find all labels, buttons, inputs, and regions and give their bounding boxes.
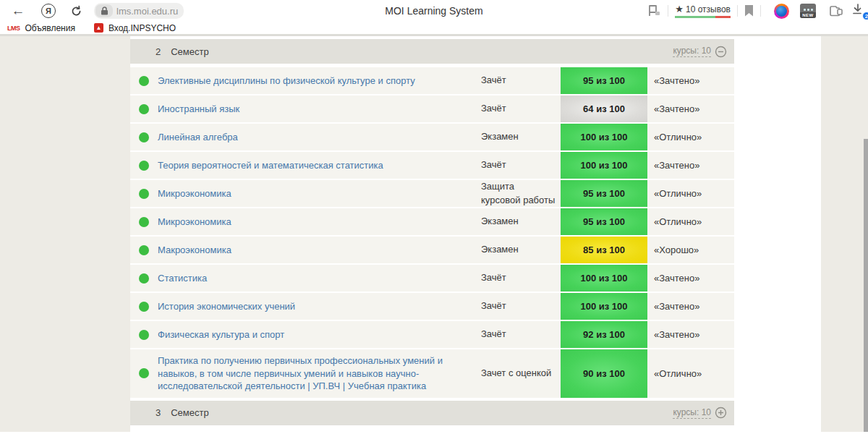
assessment-type: Зачёт xyxy=(481,67,561,94)
yandex-browser-icon[interactable]: Я xyxy=(41,4,56,18)
course-row: Микроэкономика Экзамен 95 из 100 «Отличн… xyxy=(130,208,734,235)
expand-plus-icon[interactable] xyxy=(715,407,727,419)
score-badge: 100 из 100 xyxy=(561,152,647,179)
assessment-type: Зачёт xyxy=(481,265,561,292)
course-rows: Элективные дисциплины по физической куль… xyxy=(130,67,734,398)
downloads-count-badge: 2 xyxy=(862,12,868,20)
new-icon-dots xyxy=(804,9,813,11)
semester-number: 3 xyxy=(156,407,161,418)
page-viewport: 2 Семестр курсы: 10 xyxy=(0,36,868,432)
star-icon: ★ xyxy=(675,4,684,14)
toolbar-separator xyxy=(737,5,738,17)
rating-negative-bar xyxy=(715,16,731,18)
course-row: Статистика Зачёт 100 из 100 «Зачтено» xyxy=(130,265,734,292)
courses-count-link[interactable]: курсы: 10 xyxy=(673,407,711,419)
score-badge: 100 из 100 xyxy=(561,293,647,320)
new-tab-extension-icon[interactable]: NEW xyxy=(800,4,816,18)
toolbar-right-icons: ★ 10 отзывов NEW 2 xyxy=(648,0,868,22)
bookmark-item-inpsycho[interactable]: ▲ Вход.INPSYCHO xyxy=(94,23,176,33)
bookmark-flag-icon[interactable] xyxy=(744,5,754,17)
course-link[interactable]: Микроэкономика xyxy=(158,216,231,229)
url-text: lms.moi.edu.ru xyxy=(113,6,178,17)
semester-number: 2 xyxy=(156,46,161,57)
reviews-rating-bar xyxy=(675,16,731,18)
back-icon[interactable]: ← xyxy=(7,3,29,19)
semester-3-header: 3 Семестр курсы: 10 xyxy=(130,401,734,425)
status-dot-icon xyxy=(139,302,149,312)
assessment-type: Экзамен xyxy=(481,124,561,150)
status-dot-icon xyxy=(139,161,149,171)
assessment-type: Зачет с оценкой xyxy=(481,349,561,398)
grade-text: «Зачтено» xyxy=(647,152,734,179)
site-reviews-button[interactable]: ★ 10 отзывов xyxy=(675,4,731,18)
score-badge: 95 из 100 xyxy=(561,67,647,94)
course-row: Макроэкономика Экзамен 85 из 100 «Хорошо… xyxy=(130,237,734,263)
assessment-type: Зачёт xyxy=(481,152,561,179)
toolbar-separator xyxy=(668,5,668,17)
reviews-label: 10 отзывов xyxy=(686,4,731,14)
course-link[interactable]: Практика по получению первичных професси… xyxy=(158,354,472,393)
assessment-type: Экзамен xyxy=(481,237,561,263)
status-dot-icon xyxy=(139,132,149,142)
new-icon-label: NEW xyxy=(800,12,816,18)
courses-count-link[interactable]: курсы: 10 xyxy=(673,46,711,57)
score-badge: 95 из 100 xyxy=(561,208,647,235)
grade-text: «Зачтено» xyxy=(647,265,734,292)
bookmark-item-announcements[interactable]: LMS Объявления xyxy=(7,23,75,33)
lock-icon[interactable] xyxy=(95,4,113,17)
assessment-type: Зачёт xyxy=(481,95,561,122)
status-dot-icon xyxy=(139,217,149,227)
score-badge: 64 из 100 xyxy=(561,95,647,122)
course-row: Иностранный язык Зачёт 64 из 100 «Зачтен… xyxy=(130,95,734,122)
browser-toolbar: ← Я lms.moi.edu.ru MOI Learning System ★… xyxy=(0,0,868,22)
course-link[interactable]: Иностранный язык xyxy=(158,103,239,116)
course-link[interactable]: Линейная алгебра xyxy=(158,131,238,144)
course-row: История экономических учений Зачёт 100 и… xyxy=(130,293,734,320)
grade-text: «Зачтено» xyxy=(647,95,734,122)
semester-2-header: 2 Семестр курсы: 10 xyxy=(130,39,734,64)
bookmark-label: Вход.INPSYCHO xyxy=(109,23,176,33)
status-dot-icon xyxy=(139,273,149,284)
collapse-minus-icon[interactable] xyxy=(715,46,727,58)
grade-text: «Зачтено» xyxy=(647,293,734,320)
address-bar[interactable]: lms.moi.edu.ru xyxy=(94,3,184,19)
protect-icon[interactable] xyxy=(648,5,661,17)
score-badge: 85 из 100 xyxy=(561,237,647,263)
grade-text: «Зачтено» xyxy=(647,321,734,348)
course-link[interactable]: Теория вероятностей и математическая ста… xyxy=(158,159,383,172)
refresh-icon[interactable] xyxy=(68,5,84,17)
status-dot-icon xyxy=(139,189,149,199)
toolbar-separator xyxy=(760,5,761,17)
grade-text: «Хорошо» xyxy=(647,237,734,263)
collections-icon[interactable] xyxy=(829,5,843,17)
semester-label: Семестр xyxy=(171,407,208,418)
status-dot-icon xyxy=(139,368,149,378)
course-link[interactable]: Макроэкономика xyxy=(158,244,231,257)
content-card: 2 Семестр курсы: 10 xyxy=(130,36,821,432)
rating-positive-bar xyxy=(675,16,715,18)
score-badge: 100 из 100 xyxy=(561,265,647,292)
course-link[interactable]: Статистика xyxy=(158,272,207,285)
vertical-scrollbar-thumb[interactable] xyxy=(864,139,868,432)
status-dot-icon xyxy=(139,76,149,86)
bookmarks-bar: LMS Объявления ▲ Вход.INPSYCHO xyxy=(0,22,868,36)
assessment-type: Зачёт xyxy=(481,293,561,320)
course-row: Элективные дисциплины по физической куль… xyxy=(130,67,734,94)
grades-table: 2 Семестр курсы: 10 xyxy=(130,36,734,425)
assessment-type: Защита курсовой работы xyxy=(481,180,561,207)
score-badge: 95 из 100 xyxy=(561,180,647,207)
downloads-button[interactable]: 2 xyxy=(851,2,868,20)
grade-text: «Отлично» xyxy=(647,124,734,150)
semester-label: Семестр xyxy=(171,46,208,57)
course-link[interactable]: Микроэкономика xyxy=(158,187,231,200)
course-link[interactable]: Физическая культура и спорт xyxy=(158,328,284,341)
status-dot-icon xyxy=(139,330,149,340)
course-link[interactable]: История экономических учений xyxy=(158,300,295,313)
extension-ring-icon[interactable] xyxy=(774,4,789,19)
score-badge: 90 из 100 xyxy=(561,349,647,398)
course-row: Практика по получению первичных професси… xyxy=(130,349,734,398)
grade-text: «Отлично» xyxy=(647,208,734,235)
lms-favicon: LMS xyxy=(7,25,20,32)
course-link[interactable]: Элективные дисциплины по физической куль… xyxy=(158,75,415,88)
score-badge: 100 из 100 xyxy=(561,124,647,150)
